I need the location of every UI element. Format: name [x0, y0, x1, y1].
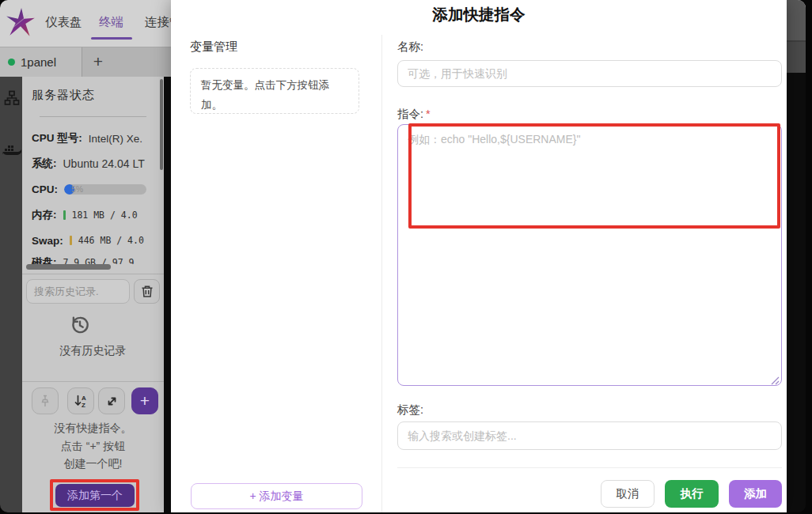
variables-heading: 变量管理 [190, 40, 237, 55]
stat-row-cpu-usage: CPU: 5% [32, 181, 146, 197]
expand-panel-button[interactable] [98, 387, 125, 414]
name-label: 名称: [397, 40, 423, 55]
stat-row-swap: Swap: 446 MB / 4.0 [32, 232, 144, 248]
history-empty-text: 没有历史记录 [22, 344, 164, 358]
add-first-shortcut-button[interactable]: 添加第一个 [55, 484, 135, 507]
pin-shortcut-button[interactable] [32, 387, 59, 414]
modal-footer: 取消 执行 添加 [397, 480, 782, 508]
shortcuts-empty-line: 创建一个吧! [22, 457, 164, 471]
trash-icon [141, 285, 154, 298]
add-button[interactable]: 添加 [729, 480, 782, 508]
name-input[interactable] [397, 60, 782, 87]
history-icon [68, 313, 92, 340]
right-edge-panels [787, 0, 806, 512]
swap-tick [70, 236, 72, 245]
new-terminal-tab-button[interactable]: + [87, 50, 109, 74]
shortcuts-empty-line: 没有快捷指令。 [22, 421, 164, 436]
left-icon-rail [0, 77, 22, 512]
add-shortcut-button[interactable]: + [131, 387, 158, 414]
terminal-tab-label: 1panel [21, 55, 56, 69]
cpu-progress-bar: 5% [64, 184, 146, 195]
divider [40, 116, 146, 117]
stat-label: 系统: [32, 157, 57, 171]
nav-tab-dashboard[interactable]: 仪表盘 [45, 14, 82, 31]
divider [381, 35, 382, 512]
svg-text:A: A [82, 395, 86, 402]
active-tab-underline [91, 37, 132, 40]
stat-row-memory: 内存: 181 MB / 4.0 [32, 207, 138, 223]
sidebar: 服务器状态 CPU 型号: Intel(R) Xe. 系统: Ubuntu 24… [22, 77, 164, 512]
stat-value: Ubuntu 24.04 LT [63, 157, 145, 170]
tags-label: 标签: [397, 403, 423, 418]
command-label: 指令:* [397, 107, 431, 122]
docker-icon[interactable] [2, 142, 21, 161]
sort-shortcuts-button[interactable]: A Z [67, 387, 94, 414]
execute-button[interactable]: 执行 [665, 480, 719, 508]
command-textarea[interactable] [397, 124, 782, 386]
stat-value: 446 MB / 4.0 [78, 235, 144, 246]
stat-value: 181 MB / 4.0 [72, 210, 138, 221]
network-icon[interactable] [2, 89, 21, 108]
stat-row-os: 系统: Ubuntu 24.04 LT [32, 156, 145, 172]
vertical-scrollbar-thumb[interactable] [160, 79, 163, 170]
svg-text:Z: Z [82, 402, 85, 408]
nav-tab-terminal[interactable]: 终端 [99, 14, 123, 31]
memory-tick [63, 210, 66, 220]
history-search-input[interactable] [26, 279, 130, 304]
stat-row-disk-clipped: 磁盘: 7.9 GB / 97.9 [22, 255, 164, 264]
stat-row-cpu-model: CPU 型号: Intel(R) Xe. [32, 130, 142, 146]
divider [22, 274, 164, 274]
add-shortcut-modal: 添加快捷指令 变量管理 暂无变量。点击下方按钮添加。 + 添加变量 名称: 指令… [171, 0, 787, 512]
stat-label: CPU 型号: [32, 131, 82, 146]
footer-divider [397, 467, 782, 468]
cpu-progress-label: 5% [71, 184, 83, 195]
expand-icon [105, 395, 119, 408]
clear-history-button[interactable] [134, 279, 160, 304]
divider [22, 381, 164, 382]
command-label-text: 指令: [397, 108, 423, 120]
stat-row-disk: 磁盘: 7.9 GB / 97.9 [32, 255, 135, 264]
stat-label: CPU: [32, 183, 58, 195]
sort-az-icon: A Z [74, 394, 89, 408]
terminal-background [164, 77, 171, 512]
shortcuts-empty-line: 点击 “+” 按钮 [22, 440, 164, 454]
connection-status-dot [8, 59, 15, 66]
stat-label: Swap: [32, 235, 63, 247]
stat-label: 内存: [32, 208, 57, 222]
stat-value: Intel(R) Xe. [89, 133, 142, 145]
stat-label: 磁盘: [32, 255, 57, 264]
server-status-title: 服务器状态 [32, 88, 95, 103]
app-logo-icon[interactable] [4, 6, 37, 40]
variables-empty-box: 暂无变量。点击下方按钮添加。 [190, 68, 359, 114]
add-variable-button[interactable]: + 添加变量 [191, 483, 362, 509]
pin-icon [40, 395, 51, 407]
terminal-tab-1panel[interactable]: 1panel [0, 47, 82, 77]
app-window: 仪表盘 终端 连接管理 1panel + [0, 0, 806, 512]
shortcut-form: 名称: 指令:* 标签: 取消 执行 添加 [397, 0, 782, 512]
screen: 仪表盘 终端 连接管理 1panel + [0, 0, 812, 514]
required-asterisk: * [426, 108, 431, 120]
cancel-button[interactable]: 取消 [601, 480, 655, 508]
tags-input[interactable] [397, 421, 782, 450]
stat-value: 7.9 GB / 97.9 [63, 257, 135, 264]
horizontal-scrollbar-thumb[interactable] [26, 264, 111, 270]
